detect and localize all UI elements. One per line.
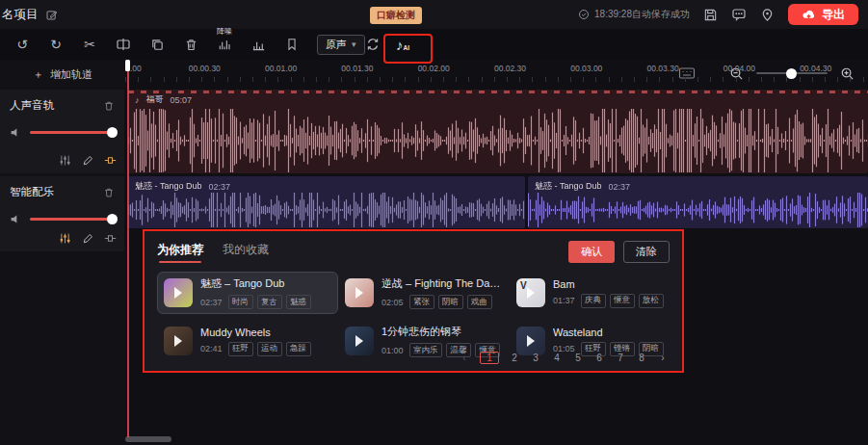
noise-reduction-button[interactable]: 降噪 [216,27,233,53]
page-button[interactable]: 3 [530,353,541,363]
ruler-label: 00.03.30 [647,64,679,73]
page-prev[interactable]: ‹ [459,353,470,363]
add-track-button[interactable]: ＋ 增加轨道 [0,60,125,89]
confirm-button[interactable]: 确认 [568,241,615,263]
play-icon[interactable] [527,335,535,347]
playhead[interactable] [127,60,129,437]
ruler-label: 00.02.30 [494,64,526,73]
tab-recommended[interactable]: 为你推荐 [157,242,203,263]
notification-icon[interactable] [760,8,775,22]
split-clip-icon[interactable] [115,36,132,53]
undo-icon[interactable]: ↺ [13,36,31,53]
tag-pill: 运动 [257,342,282,356]
tag-pill: 急躁 [286,342,311,356]
music-clip-duration: 02:37 [209,182,231,192]
voice-change-icon[interactable] [364,36,381,53]
play-icon[interactable] [355,287,363,299]
tag-pill: 复古 [257,295,282,309]
equalizer-icon[interactable] [59,232,71,245]
album-art [345,278,374,307]
page-button[interactable]: 8 [636,353,647,363]
volume-chart-icon[interactable] [250,36,267,53]
music-clip[interactable]: 魅惑 - Tango Dub 02:37 [528,176,868,228]
play-icon[interactable] [174,287,182,299]
volume-slider[interactable] [30,131,115,134]
page-button[interactable]: 4 [551,353,563,363]
tab-favorites[interactable]: 我的收藏 [223,242,269,263]
ruler-label: 00.00.30 [189,64,221,73]
tag-pill: 紧张 [409,295,434,309]
music-item[interactable]: 魅惑 – Tango Dub02:37时尚复古魅惑 [157,272,338,314]
page-button[interactable]: 5 [572,353,584,363]
volume-slider[interactable] [30,218,115,221]
speaker-icon[interactable] [10,213,22,225]
page-button[interactable]: 6 [593,353,605,363]
ai-music-icon[interactable]: ♪AI [394,36,411,53]
music-item[interactable]: 逆战 – Fighting The Darkn...02:05紧张阴暗戏曲 [338,272,510,314]
export-button[interactable]: 导出 [788,4,858,25]
tag-pill: 时尚 [228,295,253,309]
cut-icon[interactable]: ✂ [81,36,98,53]
music-title: 逆战 – Fighting The Darkn... [381,276,503,291]
music-clip-name: 魅惑 - Tango Dub [135,180,202,193]
speaker-icon[interactable] [10,126,22,139]
page-button[interactable]: 2 [509,353,520,363]
album-art [164,278,193,307]
timeline-ruler[interactable]: .0000.00.3000.01.0000.01.3000.02.0000.02… [125,60,868,83]
ruler-label: 00.04.30 [800,64,831,73]
tag-pill: 放松 [639,294,664,308]
delete-track-icon[interactable] [103,100,115,112]
album-art [164,327,193,355]
music-duration: 02:37 [200,298,223,307]
music-duration: 01:37 [553,296,575,305]
tag-pill: 庆典 [581,294,606,308]
page-button[interactable]: 7 [615,353,626,363]
edit-pencil-icon[interactable] [82,232,93,245]
edit-pencil-icon[interactable] [82,154,93,167]
track-sidebar: ＋ 增加轨道 人声音轨 [0,60,125,445]
music-item[interactable]: VBam01:37庆典惬意放松 [510,272,675,314]
noise-gate-icon[interactable] [104,232,117,245]
ruler-label: 00.01.00 [265,64,297,73]
save-icon[interactable] [703,8,718,22]
clear-button[interactable]: 清除 [623,241,670,263]
equalizer-icon[interactable] [59,154,71,167]
ruler-label: 00.03.00 [570,64,602,73]
noise-gate-icon[interactable] [104,154,117,167]
bookmark-icon[interactable] [283,36,301,53]
tag-pill: 惬意 [610,294,635,308]
vocal-track-controls: 人声音轨 [0,90,124,173]
tag-pill: 室内乐 [409,343,443,357]
music-title: 1分钟悲伤的钢琴 [381,325,500,339]
page-next[interactable]: › [657,353,669,363]
album-art: V [516,278,545,307]
volume-knob[interactable] [107,127,118,138]
vocal-track-name: 人声音轨 [10,98,54,113]
page-button[interactable]: 1 [480,352,499,364]
tag-pill: 狂野 [228,342,253,356]
delete-track-icon[interactable] [103,187,115,198]
music-duration: 02:41 [200,344,223,353]
mouth-habit-detect-badge[interactable]: 口癖检测 [370,7,422,24]
feedback-icon[interactable] [731,7,747,22]
redo-icon[interactable]: ↻ [47,36,65,53]
music-item[interactable]: Muddy Wheels02:41狂野运动急躁 [157,320,338,362]
horizontal-scrollbar[interactable] [125,436,171,442]
play-icon[interactable] [355,335,363,347]
play-icon[interactable] [174,335,182,347]
playhead-handle[interactable] [125,60,130,71]
play-icon[interactable] [527,287,535,299]
music-clip[interactable]: 魅惑 - Tango Dub 02:37 [128,176,525,228]
rename-icon[interactable] [45,9,58,21]
volume-knob[interactable] [107,214,118,224]
vocal-clip[interactable]: ♪ 福哥 05:07 [128,90,868,173]
vocal-clip-name: 福哥 [146,93,164,106]
audio-editor-window: 名项目 口癖检测 18:39:28自动保存成功 [0,0,868,445]
delete-icon[interactable] [182,36,199,53]
original-voice-label: 原声 [326,38,347,52]
music-grid: 魅惑 – Tango Dub02:37时尚复古魅惑逆战 – Fighting T… [157,272,670,362]
copy-icon[interactable] [148,36,166,53]
original-voice-dropdown[interactable]: 原声 ▾ [317,35,365,55]
music-track-name: 智能配乐 [10,185,54,199]
ruler-label: 00.01.30 [341,64,373,73]
